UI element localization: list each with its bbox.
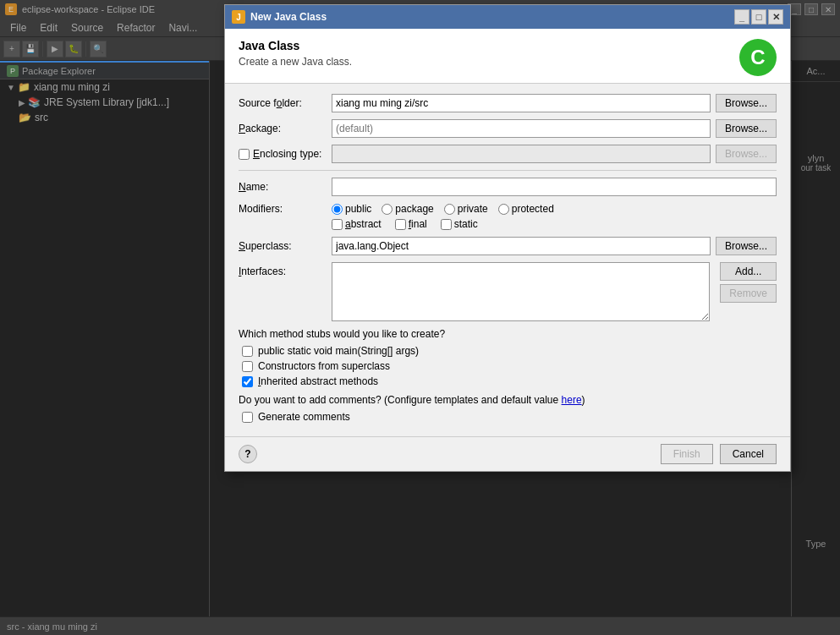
modifier-private-radio[interactable] bbox=[444, 204, 455, 215]
modifier-private[interactable]: private bbox=[444, 203, 488, 215]
source-folder-label: Source folder: bbox=[239, 97, 332, 109]
modifier-private-label: private bbox=[458, 203, 488, 215]
stub1-row: public static void main(String[] args) bbox=[242, 345, 777, 357]
dialog-icon: J bbox=[232, 10, 245, 24]
enclosing-type-input[interactable] bbox=[332, 145, 711, 163]
abstract-checkbox[interactable] bbox=[332, 219, 343, 230]
dialog-restore[interactable]: □ bbox=[751, 9, 766, 25]
java-class-icon: C bbox=[739, 39, 777, 76]
final-label: final bbox=[409, 218, 427, 230]
superclass-browse-button[interactable]: Browse... bbox=[716, 237, 777, 255]
stub3-checkbox[interactable] bbox=[242, 376, 253, 387]
cancel-button[interactable]: Cancel bbox=[720, 444, 777, 464]
name-row: Name: bbox=[239, 178, 777, 196]
modifier-package-radio[interactable] bbox=[382, 204, 393, 215]
dialog-close[interactable]: ✕ bbox=[768, 9, 783, 25]
static-checkbox[interactable] bbox=[441, 219, 452, 230]
dialog-header-text: Java Class Create a new Java class. bbox=[239, 39, 352, 68]
stub1-checkbox[interactable] bbox=[242, 346, 253, 357]
dialog-header: Java Class Create a new Java class. C bbox=[225, 29, 790, 84]
interfaces-input[interactable] bbox=[332, 262, 710, 321]
static-checkbox-item[interactable]: static bbox=[441, 218, 478, 230]
superclass-row: Superclass: Browse... bbox=[239, 237, 777, 255]
interfaces-row: Interfaces: Add... Remove bbox=[239, 262, 777, 321]
source-folder-row: Source folder: Browse... bbox=[239, 94, 777, 112]
modifier-public[interactable]: public bbox=[332, 203, 371, 215]
modifier-package[interactable]: package bbox=[382, 203, 433, 215]
enclosing-type-browse-button: Browse... bbox=[716, 145, 777, 163]
name-label: Name: bbox=[239, 181, 332, 193]
modifiers-radio-group: public package private protected bbox=[332, 203, 554, 215]
package-label: Package: bbox=[239, 123, 332, 134]
interfaces-add-button[interactable]: Add... bbox=[720, 262, 777, 281]
abstract-checkbox-item[interactable]: abstract bbox=[332, 218, 382, 230]
package-browse-button[interactable]: Browse... bbox=[716, 119, 777, 138]
stubs-section: Which method stubs would you like to cre… bbox=[239, 328, 777, 387]
dialog-header-title: Java Class bbox=[239, 39, 352, 52]
interfaces-label: Interfaces: bbox=[239, 262, 332, 277]
superclass-input[interactable] bbox=[332, 237, 711, 255]
package-input[interactable] bbox=[332, 119, 711, 138]
source-folder-browse-button[interactable]: Browse... bbox=[716, 94, 777, 112]
generate-comments-checkbox[interactable] bbox=[242, 412, 253, 423]
stubs-question: Which method stubs would you like to cre… bbox=[239, 328, 777, 340]
interfaces-buttons: Add... Remove bbox=[715, 262, 777, 303]
stub2-label: Constructors from superclass bbox=[258, 360, 390, 372]
dialog-header-subtitle: Create a new Java class. bbox=[239, 56, 352, 68]
superclass-label: Superclass: bbox=[239, 240, 332, 252]
dialog-title: New Java Class bbox=[250, 11, 734, 23]
section-divider-1 bbox=[239, 170, 777, 171]
stub1-label: public static void main(String[] args) bbox=[258, 345, 419, 357]
modifier-public-label: public bbox=[345, 203, 371, 215]
abstract-label: abstract bbox=[345, 218, 382, 230]
comments-section: Do you want to add comments? (Configure … bbox=[239, 394, 777, 423]
modifier-checkboxes-row: abstract final static bbox=[332, 218, 777, 230]
new-java-class-dialog: J New Java Class _ □ ✕ Java Class Create… bbox=[224, 4, 791, 472]
stub2-checkbox[interactable] bbox=[242, 361, 253, 372]
stub3-label: Inherited abstract methods bbox=[258, 375, 378, 387]
dialog-window-controls[interactable]: _ □ ✕ bbox=[734, 9, 783, 25]
modifiers-row: Modifiers: public package private bbox=[239, 203, 777, 215]
finish-button[interactable]: Finish bbox=[661, 444, 713, 464]
interfaces-remove-button[interactable]: Remove bbox=[720, 284, 777, 303]
enclosing-type-checkbox[interactable] bbox=[239, 149, 250, 160]
dialog-titlebar: J New Java Class _ □ ✕ bbox=[225, 5, 790, 29]
modifier-package-label: package bbox=[395, 203, 433, 215]
enclosing-type-row: Enclosing type: Browse... bbox=[239, 145, 777, 163]
source-folder-input[interactable] bbox=[332, 94, 711, 112]
dialog-minimize[interactable]: _ bbox=[734, 9, 749, 25]
generate-comments-row: Generate comments bbox=[242, 411, 777, 423]
modifier-protected-radio[interactable] bbox=[498, 204, 509, 215]
stub2-row: Constructors from superclass bbox=[242, 360, 777, 372]
final-checkbox-item[interactable]: final bbox=[395, 218, 427, 230]
generate-comments-label: Generate comments bbox=[258, 411, 350, 423]
package-row: Package: Browse... bbox=[239, 119, 777, 138]
comments-question: Do you want to add comments? (Configure … bbox=[239, 394, 777, 406]
modifiers-label: Modifiers: bbox=[239, 203, 332, 215]
name-input[interactable] bbox=[332, 178, 777, 196]
enclosing-type-label: Enclosing type: bbox=[253, 148, 321, 160]
dialog-body: Source folder: Browse... Package: Browse… bbox=[225, 84, 790, 436]
modifier-protected-label: protected bbox=[512, 203, 554, 215]
modifier-public-radio[interactable] bbox=[332, 204, 343, 215]
dialog-footer: ? Finish Cancel bbox=[225, 436, 790, 471]
final-checkbox[interactable] bbox=[395, 219, 406, 230]
stub3-row: Inherited abstract methods bbox=[242, 375, 777, 387]
help-button[interactable]: ? bbox=[239, 445, 257, 463]
static-label: static bbox=[454, 218, 478, 230]
comments-here-link[interactable]: here bbox=[562, 394, 582, 406]
modifier-protected[interactable]: protected bbox=[498, 203, 554, 215]
